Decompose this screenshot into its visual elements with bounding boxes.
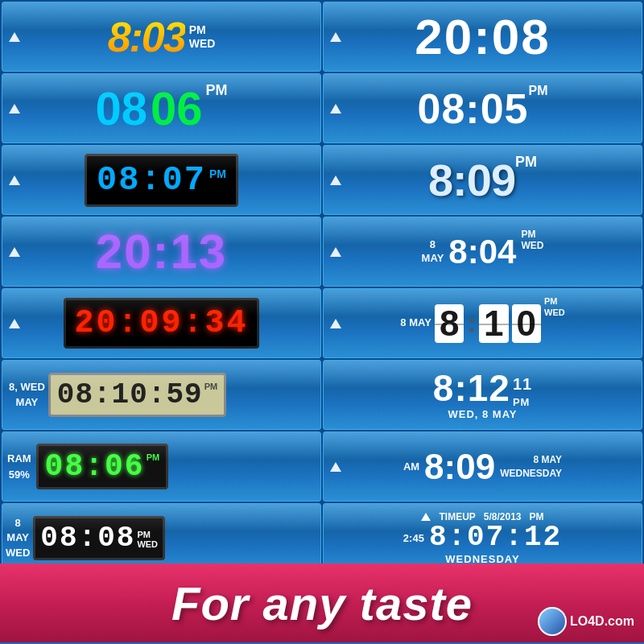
lcd-display: 08:10:59 PM xyxy=(48,373,226,417)
arrow-icon xyxy=(330,462,341,472)
ampm-small: PM xyxy=(513,396,530,408)
clock-14: AM 8:09 8 MAY WEDNESDAY xyxy=(323,431,642,502)
ampm-label: PM xyxy=(209,167,226,180)
time-display: 08:08 xyxy=(40,522,135,555)
pm-day-info: PM WED xyxy=(544,295,565,319)
banner-text: For any taste xyxy=(171,576,473,630)
lcd-display: 08:08 PM WED xyxy=(33,516,165,560)
arrow-icon xyxy=(330,247,341,257)
colon: : xyxy=(467,308,476,338)
arrow-icon xyxy=(330,104,341,114)
clock-5: 08:07 PM xyxy=(2,145,321,215)
clock-3: 08 06 PM xyxy=(2,73,321,143)
lcd-display: 08:07 PM xyxy=(85,154,238,207)
hour-display: 08 xyxy=(95,81,147,135)
date-label: WED, 8 MAY xyxy=(448,408,517,420)
time-display: 08:05 xyxy=(418,85,529,133)
flip-digit-2: 1 xyxy=(479,304,508,343)
clock-11: 8, WED MAY 08:10:59 PM xyxy=(2,360,321,430)
arrow-icon xyxy=(9,104,20,114)
time-display: 08:10:59 xyxy=(57,378,203,411)
date-info: 8, WED MAY xyxy=(9,380,45,409)
time-display: 20:13 xyxy=(96,224,227,279)
time-display: 8:07:12 xyxy=(429,523,562,552)
clock-grid: 8:03 PM WED 20:08 08 06 PM 08:05 PM 08:0… xyxy=(0,0,644,564)
clock-10: 8 MAY 8 : 1 0 PM WED xyxy=(323,288,642,358)
ram-info: RAM 59% xyxy=(7,451,31,482)
date-side: 8 MAY xyxy=(400,316,431,330)
date-side: 8 MAY WEDNESDAY xyxy=(500,453,562,481)
clock-1: 8:03 PM WED xyxy=(2,2,321,72)
ampm-label: PM xyxy=(206,82,228,99)
time-display: 8:04 xyxy=(448,233,516,271)
time-display: 8:03 xyxy=(108,13,185,61)
ampm-label: PM xyxy=(137,530,151,539)
date-side: 8 MAY xyxy=(422,238,444,266)
clock-12: 08:11 8:12 11PM WED, 8 MAY xyxy=(323,360,642,430)
elapsed-label: 2:45 xyxy=(403,532,424,544)
time-display: 8:09 xyxy=(424,447,495,487)
clock-4: 08:05 PM xyxy=(323,73,642,143)
logo-circle xyxy=(538,607,567,636)
clock-7: 20:13 xyxy=(2,217,321,287)
clock-16: TIMEUP 5/8/2013 PM 2:45 8:07:12 WEDNESDA… xyxy=(323,503,642,573)
arrow-icon xyxy=(9,247,20,257)
clock-13: RAM 59% 08:06 PM xyxy=(2,431,321,502)
arrow-icon xyxy=(421,513,431,521)
am-label: AM xyxy=(403,460,419,473)
day-label: WED xyxy=(137,539,158,549)
ampm-day: PM WED xyxy=(189,23,216,51)
clock-15: 8 MAY WED 08:08 PM WED xyxy=(2,503,321,573)
arrow-icon xyxy=(330,175,341,185)
bottom-banner: For any taste LO4D.com xyxy=(0,564,644,642)
logo: LO4D.com xyxy=(538,607,634,636)
arrow-icon xyxy=(9,319,20,328)
arrow-icon xyxy=(330,319,341,328)
time-display: 20:09:34 xyxy=(74,305,248,341)
arrow-icon xyxy=(330,32,341,42)
time-display: 8:12 11PM xyxy=(433,369,532,408)
clock-2: 20:08 xyxy=(323,2,642,72)
ampm-label: PM xyxy=(147,452,160,462)
arrow-icon xyxy=(9,32,20,42)
ampm-label: PM xyxy=(529,84,548,98)
time-display: 20:08 xyxy=(415,8,551,65)
lcd-display: 08:06 PM xyxy=(36,444,169,489)
ampm-label: PM xyxy=(515,154,537,171)
ampm-day: PM WED xyxy=(521,229,543,252)
flip-digit-3: 0 xyxy=(512,304,541,343)
time-display: 8:09 xyxy=(428,154,515,206)
date-corner: 8 MAY WED xyxy=(6,516,30,560)
seconds-display: 11PM xyxy=(513,376,532,408)
time-display: 08:07 xyxy=(97,161,206,200)
flip-digit-1: 8 xyxy=(435,304,464,343)
clock-6: 8:09 PM xyxy=(323,145,642,215)
arrow-icon xyxy=(9,175,20,185)
ampm-label: PM xyxy=(204,382,218,392)
minute-display: 06 xyxy=(151,81,203,135)
clock-9: 20:09:34 xyxy=(2,288,321,358)
led-display: 20:09:34 xyxy=(64,298,258,349)
time-display: 08:06 xyxy=(45,449,145,484)
clock-8: 8 MAY 8:04 PM WED xyxy=(323,217,642,287)
logo-text: LO4D.com xyxy=(570,614,634,629)
